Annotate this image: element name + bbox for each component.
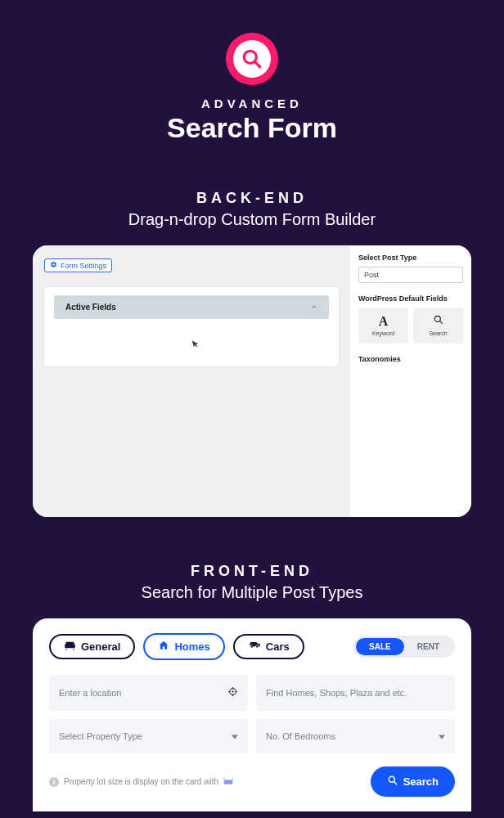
car-icon bbox=[248, 640, 261, 653]
keyword-chip-label: Keyword bbox=[372, 330, 394, 336]
backend-subtitle: Drag-n-drop Custom Form Builder bbox=[128, 210, 376, 229]
select-post-type-label: Select Post Type bbox=[358, 254, 463, 262]
search-button[interactable]: Search bbox=[371, 766, 455, 797]
search-chip[interactable]: Search bbox=[413, 308, 463, 344]
cursor-icon bbox=[191, 341, 200, 350]
svg-line-8 bbox=[394, 782, 396, 784]
toggle-sale-label: SALE bbox=[369, 642, 391, 651]
backend-main: Form Settings Active Fields bbox=[33, 245, 350, 517]
pill-homes[interactable]: Homes bbox=[143, 633, 224, 660]
svg-line-1 bbox=[254, 61, 260, 67]
hint-label: Property lot size is display on the card… bbox=[64, 777, 218, 786]
frontend-subtitle: Search for Multiple Post Types bbox=[142, 583, 363, 602]
svg-point-5 bbox=[232, 690, 233, 692]
hero-title: Search Form bbox=[167, 112, 337, 144]
toggle-rent[interactable]: RENT bbox=[404, 638, 452, 655]
chevron-down-icon bbox=[439, 730, 445, 742]
hint-text: i Property lot size is display on the ca… bbox=[49, 777, 233, 787]
select-post-type[interactable]: Post bbox=[358, 267, 463, 283]
pill-cars-label: Cars bbox=[266, 640, 290, 653]
crosshair-icon[interactable] bbox=[227, 686, 238, 699]
select-post-type-value: Post bbox=[364, 271, 379, 279]
search-icon bbox=[387, 775, 398, 789]
backend-header: BACK-END Drag-n-drop Custom Form Builder bbox=[128, 190, 376, 229]
toggle-sale[interactable]: SALE bbox=[356, 638, 404, 655]
keyword-icon: A bbox=[360, 314, 407, 329]
toggle-rent-label: RENT bbox=[417, 642, 439, 651]
find-input[interactable]: Find Homes, Shops, Plaza and etc. bbox=[256, 675, 455, 711]
bedrooms-placeholder: No. Of Bedrooms bbox=[266, 731, 335, 741]
taxonomies-label: Taxonomies bbox=[358, 355, 463, 363]
active-fields-label: Active Fields bbox=[65, 303, 116, 312]
hero: ADVANCED Search Form bbox=[167, 33, 337, 144]
location-placeholder: Enter a location bbox=[59, 688, 121, 698]
frontend-card: General Homes Cars SALE RENT Enter a loc… bbox=[33, 618, 471, 811]
backend-panel: Active Fields bbox=[44, 287, 339, 366]
frontend-header: FRONT-END Search for Multiple Post Types bbox=[142, 563, 363, 602]
category-pills: General Homes Cars SALE RENT bbox=[49, 633, 455, 660]
default-fields-label: WordPress Default Fields bbox=[358, 294, 463, 303]
pill-homes-label: Homes bbox=[174, 640, 209, 653]
default-fields-chips: A Keyword Search bbox=[358, 308, 463, 344]
form-settings-button[interactable]: Form Settings bbox=[44, 258, 112, 272]
location-input[interactable]: Enter a location bbox=[49, 675, 248, 711]
frontend-footer: i Property lot size is display on the ca… bbox=[49, 766, 455, 797]
sale-rent-toggle: SALE RENT bbox=[353, 636, 455, 658]
chevron-down-icon bbox=[232, 730, 238, 742]
property-type-select[interactable]: Select Property Type bbox=[49, 719, 248, 753]
search-inputs: Enter a location Find Homes, Shops, Plaz… bbox=[49, 675, 455, 753]
keyword-chip[interactable]: A Keyword bbox=[358, 308, 408, 344]
search-icon bbox=[415, 314, 461, 329]
pill-general-label: General bbox=[81, 640, 120, 653]
search-chip-label: Search bbox=[429, 330, 447, 336]
gear-icon bbox=[50, 261, 57, 270]
property-type-placeholder: Select Property Type bbox=[59, 731, 142, 741]
pill-cars[interactable]: Cars bbox=[233, 634, 304, 659]
form-settings-label: Form Settings bbox=[61, 262, 106, 270]
hero-kicker: ADVANCED bbox=[167, 97, 337, 110]
svg-point-2 bbox=[434, 316, 440, 321]
search-icon bbox=[233, 40, 271, 78]
sofa-icon bbox=[64, 640, 76, 653]
backend-sidebar: Select Post Type Post WordPress Default … bbox=[350, 245, 471, 517]
active-fields-header[interactable]: Active Fields bbox=[54, 295, 329, 319]
svg-rect-6 bbox=[224, 780, 233, 784]
find-placeholder: Find Homes, Shops, Plaza and etc. bbox=[266, 688, 407, 698]
frontend-kicker: FRONT-END bbox=[142, 563, 363, 580]
backend-kicker: BACK-END bbox=[128, 190, 376, 207]
home-icon bbox=[158, 640, 169, 654]
backend-card: Form Settings Active Fields Select Post … bbox=[33, 245, 471, 517]
bedrooms-select[interactable]: No. Of Bedrooms bbox=[256, 719, 455, 753]
info-icon: i bbox=[49, 777, 59, 787]
pill-general[interactable]: General bbox=[49, 634, 135, 659]
ruler-icon bbox=[223, 777, 233, 787]
chevron-up-icon bbox=[311, 303, 317, 312]
svg-line-3 bbox=[439, 321, 442, 324]
logo-badge bbox=[226, 33, 278, 85]
search-button-label: Search bbox=[403, 775, 439, 788]
